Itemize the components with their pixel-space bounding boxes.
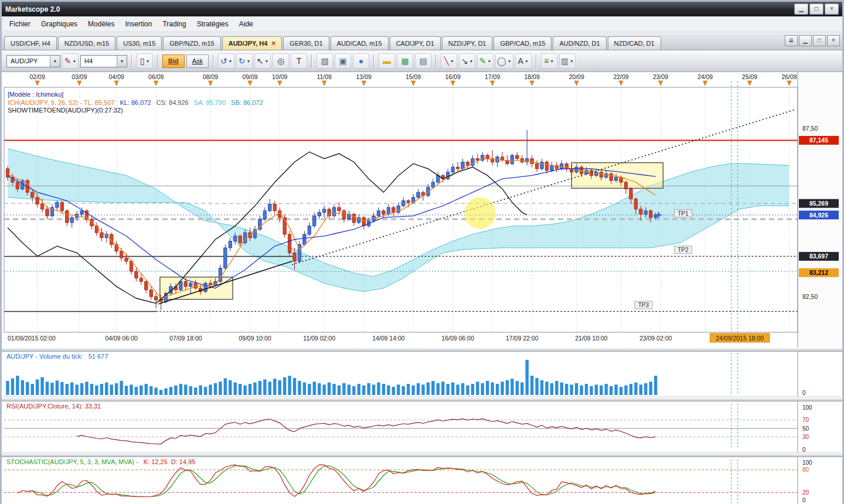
undo-icon-icon[interactable]: ↺▼ (218, 53, 234, 69)
icon-glyph: ↘ (461, 56, 468, 66)
tab-aud-nzd-d1[interactable]: AUD/NZD, D1 (553, 36, 606, 50)
svg-text:30: 30 (802, 434, 809, 440)
volume-panel: 0 AUD/JPY - Volume du tick: 51 677 (2, 352, 842, 397)
chevron-down-icon[interactable]: ▼ (117, 56, 127, 67)
svg-text:16/09 06:00: 16/09 06:00 (441, 335, 474, 342)
tab-label: AUD/JPY, H4 (229, 40, 268, 47)
price-scale-icon-icon[interactable]: T (291, 53, 307, 69)
tab-gbp-cad-m15[interactable]: GBP/CAD, m15 (494, 36, 552, 50)
tab-cad-jpy-d1[interactable]: CAD/JPY, D1 (390, 36, 441, 50)
tab-usd-chf-h4[interactable]: USD/CHF, H4 (4, 36, 57, 50)
tab-close-icon[interactable]: × (271, 40, 275, 46)
day-marker-icon (659, 81, 663, 86)
stoch-header-text: STOCHASTIC(AUD/JPY, 5, 3, 3, MVA, MVA) - (6, 458, 140, 465)
menu-item-insertion[interactable]: Insertion (120, 18, 157, 30)
tab-bar: USD/CHF, H4NZD/USD, m15US30, m15GBP/NZD,… (2, 32, 842, 50)
volume-chart-canvas[interactable]: 0 (3, 352, 841, 397)
child-restore-button[interactable]: □ (813, 35, 826, 46)
svg-text:04/09: 04/09 (109, 73, 124, 80)
svg-text:23/09 02:00: 23/09 02:00 (639, 335, 672, 342)
trendline-touch-ellipse[interactable] (464, 197, 496, 229)
ruler-icon-icon[interactable]: ▬ (379, 53, 395, 69)
child-close-button[interactable]: × (827, 35, 840, 46)
pointer-pen-icon-icon[interactable]: ✎▼ (62, 53, 79, 69)
svg-text:16/09: 16/09 (445, 73, 460, 80)
tab-nzd-cad-d1[interactable]: NZD/CAD, D1 (608, 36, 661, 50)
symbol-select[interactable]: AUD/JPY▼ (6, 55, 60, 67)
svg-text:84,926: 84,926 (809, 212, 828, 219)
bid-button[interactable]: Bid (162, 55, 185, 68)
day-marker-icon (530, 81, 534, 86)
tab-label: NZD/CAD, D1 (614, 40, 655, 47)
price-axis-area[interactable] (798, 72, 841, 348)
icon-glyph: A (518, 56, 523, 66)
ichimoku-cloud (8, 149, 789, 292)
menu-item-fichier[interactable]: Fichier (4, 18, 36, 30)
child-minimize-button[interactable]: ▁ (799, 35, 812, 46)
stoch-header-text: D: 14,95 (171, 458, 196, 465)
day-marker-icon (491, 81, 495, 86)
svg-text:TP1: TP1 (678, 210, 689, 217)
menu-item-modeles[interactable]: Modèles (83, 18, 120, 30)
draw-arrow-icon-icon[interactable]: ↘▼ (459, 53, 475, 69)
svg-text:04/09 06:00: 04/09 06:00 (105, 335, 138, 342)
title-bar: Marketscope 2.0 ▁□× (2, 2, 842, 16)
panel-splitter[interactable] (2, 453, 842, 457)
day-marker-icon (787, 81, 791, 86)
maximize-button[interactable]: □ (809, 4, 823, 15)
snapshot-icon-icon[interactable]: ▣ (335, 53, 351, 69)
tab-nzd-usd-m15[interactable]: NZD/USD, m15 (58, 36, 115, 50)
panel-splitter[interactable] (2, 348, 842, 352)
menu-item-strategies[interactable]: Stratégies (192, 18, 234, 30)
menu-item-aide[interactable]: Aide (234, 18, 258, 30)
text-tool-icon-icon[interactable]: A▼ (515, 53, 532, 69)
period-select[interactable]: H4▼ (80, 55, 127, 67)
day-marker-icon (574, 81, 578, 86)
cursor-icon-icon[interactable]: ↖▼ (254, 53, 271, 69)
svg-text:70: 70 (802, 417, 809, 423)
chart-overlay-line-2: ICH(AUD/JPY, 9, 26, 52) - TL: 85,507KL: … (8, 99, 268, 107)
chevron-down-icon[interactable]: ▼ (50, 56, 60, 67)
ask-button[interactable]: Ask (186, 55, 209, 68)
find-chart-icon-icon[interactable]: ▧ (316, 53, 333, 69)
panel-splitter[interactable] (2, 397, 842, 401)
close-button[interactable]: × (825, 4, 839, 15)
chart-type-icon-icon[interactable]: ▯▼ (137, 53, 153, 69)
web-globe-icon-icon[interactable]: ● (353, 53, 369, 69)
chevron-down-icon: ▼ (264, 59, 268, 63)
chevron-down-icon: ▼ (525, 59, 529, 63)
tab-us30-m15[interactable]: US30, m15 (117, 36, 162, 50)
icon-glyph: ▤ (419, 56, 427, 66)
svg-text:11/09: 11/09 (316, 73, 332, 80)
svg-text:07/09 18:00: 07/09 18:00 (169, 335, 202, 342)
tab-ger30-d1[interactable]: GER30, D1 (283, 36, 329, 50)
tab-nzd-jpy-d1[interactable]: NZD/JPY, D1 (442, 36, 493, 50)
period-select-value: H4 (84, 57, 93, 64)
layout-icon-icon[interactable]: ▥▼ (559, 53, 576, 69)
draw-pencil-icon-icon[interactable]: ✎▼ (477, 53, 494, 69)
tab-gbp-nzd-m15[interactable]: GBP/NZD, m15 (163, 36, 220, 50)
menu-item-graphiques[interactable]: Graphiques (36, 18, 83, 30)
minimize-button[interactable]: ▁ (794, 4, 808, 15)
tab-label: NZD/USD, m15 (64, 40, 109, 47)
stoch-header-text: K: 12,25 (144, 458, 168, 465)
day-marker-icon (322, 81, 326, 86)
svg-text:83,697: 83,697 (809, 253, 828, 260)
tab-label: GBP/CAD, m15 (500, 40, 545, 47)
svg-text:17/09 22:00: 17/09 22:00 (506, 335, 539, 342)
draw-ellipse-icon-icon[interactable]: ◯▼ (495, 53, 513, 69)
tab-aud-jpy-h4[interactable]: AUD/JPY, H4× (222, 36, 283, 50)
volume-header-text: AUD/JPY - Volume du tick: (6, 353, 85, 360)
redo-icon-icon[interactable]: ↻▼ (236, 53, 253, 69)
tab-scroll-button[interactable]: ⇊ (785, 35, 798, 46)
symbol-select-value: AUD/JPY (11, 57, 38, 64)
export-icon-icon[interactable]: ▤ (415, 53, 431, 69)
image-icon-icon[interactable]: ▦ (397, 53, 413, 69)
tab-aud-cad-m15[interactable]: AUD/CAD, m15 (331, 36, 389, 50)
menu-item-trading[interactable]: Trading (157, 18, 191, 30)
rsi-chart-canvas[interactable]: 1007050300 (3, 401, 841, 453)
svg-text:100: 100 (802, 459, 812, 466)
indicators-icon-icon[interactable]: ≡▼ (541, 53, 557, 69)
draw-line-icon-icon[interactable]: ╲▼ (441, 53, 457, 69)
zoom-icon-icon[interactable]: ◎ (273, 53, 289, 69)
